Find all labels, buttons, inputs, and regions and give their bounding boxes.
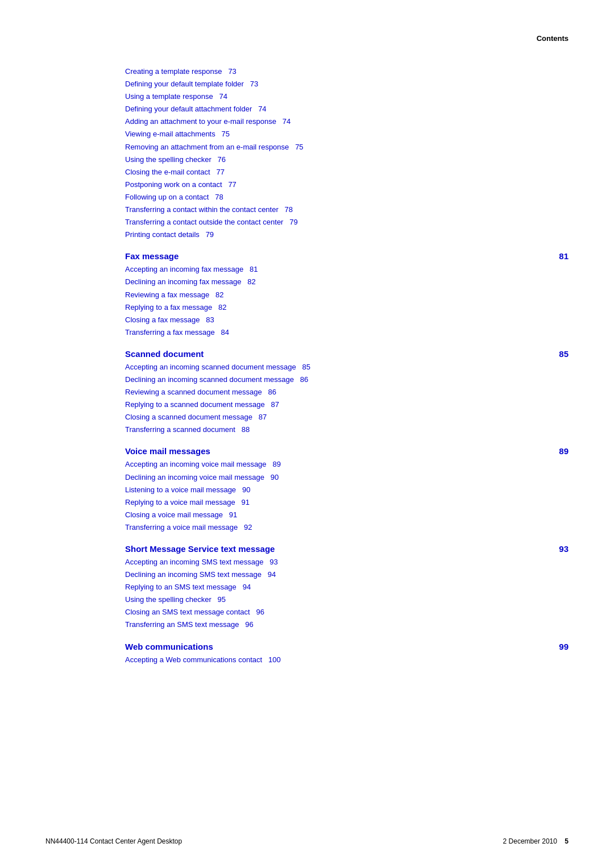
toc-item-viewing-attachments[interactable]: Viewing e-mail attachments 75 (125, 128, 569, 140)
fax-section-title[interactable]: Fax message (125, 251, 179, 261)
toc-item-postponing-work[interactable]: Postponing work on a contact 77 (125, 178, 569, 191)
page-footer: NN44400-114 Contact Center Agent Desktop… (45, 837, 569, 845)
page-container: Contents Creating a template response 73… (0, 0, 614, 868)
toc-item-transferring-voicemail[interactable]: Transferring a voice mail message 92 (125, 521, 569, 534)
toc-item-transferring-within[interactable]: Transferring a contact within the contac… (125, 203, 569, 216)
toc-item-listening-voicemail[interactable]: Listening to a voice mail message 90 (125, 484, 569, 496)
sms-section-title[interactable]: Short Message Service text message (125, 544, 275, 554)
web-section-title[interactable]: Web communications (125, 642, 213, 651)
toc-item-transferring-scanned[interactable]: Transferring a scanned document 88 (125, 423, 569, 436)
toc-item-transferring-sms[interactable]: Transferring an SMS text message 96 (125, 618, 569, 631)
toc-item-declining-sms[interactable]: Declining an incoming SMS text message 9… (125, 568, 569, 581)
toc-item-adding-attachment[interactable]: Adding an attachment to your e-mail resp… (125, 115, 569, 128)
scanned-entries-block: Accepting an incoming scanned document m… (125, 361, 569, 437)
fax-section-page: 81 (559, 251, 569, 261)
toc-item-accepting-web[interactable]: Accepting a Web communications contact 1… (125, 654, 569, 666)
footer-document-title: NN44400-114 Contact Center Agent Desktop (45, 837, 182, 845)
toc-item-reviewing-scanned[interactable]: Reviewing a scanned document message 86 (125, 386, 569, 398)
web-section-page: 99 (559, 642, 569, 651)
toc-item-closing-email[interactable]: Closing the e-mail contact 77 (125, 166, 569, 178)
sms-section-header: Short Message Service text message 93 (125, 544, 569, 554)
toc-item-reviewing-fax[interactable]: Reviewing a fax message 82 (125, 289, 569, 301)
footer-page-number: 5 (565, 837, 569, 845)
toc-item-accepting-scanned[interactable]: Accepting an incoming scanned document m… (125, 361, 569, 373)
scanned-section-page: 85 (559, 349, 569, 359)
scanned-section-title[interactable]: Scanned document (125, 349, 204, 359)
toc-item-closing-fax[interactable]: Closing a fax message 83 (125, 314, 569, 326)
toc-item-transferring-fax[interactable]: Transferring a fax message 84 (125, 326, 569, 339)
initial-entries-block: Creating a template response 73 Defining… (125, 65, 569, 241)
sms-section-page: 93 (559, 544, 569, 554)
toc-item-accepting-fax[interactable]: Accepting an incoming fax message 81 (125, 263, 569, 276)
toc-item-defining-template-folder[interactable]: Defining your default template folder 73 (125, 78, 569, 90)
toc-item-closing-sms[interactable]: Closing an SMS text message contact 96 (125, 606, 569, 618)
voicemail-entries-block: Accepting an incoming voice mail message… (125, 458, 569, 534)
toc-item-accepting-voicemail[interactable]: Accepting an incoming voice mail message… (125, 458, 569, 471)
toc-item-declining-fax[interactable]: Declining an incoming fax message 82 (125, 276, 569, 288)
toc-item-transferring-outside[interactable]: Transferring a contact outside the conta… (125, 216, 569, 229)
toc-item-replying-voicemail[interactable]: Replying to a voice mail message 91 (125, 496, 569, 509)
toc-item-closing-voicemail[interactable]: Closing a voice mail message 91 (125, 509, 569, 521)
fax-entries-block: Accepting an incoming fax message 81 Dec… (125, 263, 569, 339)
web-entries-block: Accepting a Web communications contact 1… (125, 654, 569, 666)
toc-item-creating-template[interactable]: Creating a template response 73 (125, 65, 569, 78)
header-label: Contents (537, 34, 569, 43)
toc-item-replying-sms[interactable]: Replying to an SMS text message 94 (125, 581, 569, 593)
page-header: Contents (125, 34, 569, 43)
fax-section-header: Fax message 81 (125, 251, 569, 261)
sms-entries-block: Accepting an incoming SMS text message 9… (125, 556, 569, 632)
toc-item-spelling-sms[interactable]: Using the spelling checker 95 (125, 593, 569, 606)
voicemail-section-header: Voice mail messages 89 (125, 446, 569, 456)
web-section-header: Web communications 99 (125, 642, 569, 651)
toc-item-closing-scanned[interactable]: Closing a scanned document message 87 (125, 411, 569, 423)
toc-item-defining-attachment-folder[interactable]: Defining your default attachment folder … (125, 103, 569, 115)
toc-content: Creating a template response 73 Defining… (125, 65, 569, 666)
scanned-section-header: Scanned document 85 (125, 349, 569, 359)
footer-date-page: 2 December 2010 5 (503, 837, 569, 845)
toc-item-following-up[interactable]: Following up on a contact 78 (125, 191, 569, 203)
toc-item-using-spelling[interactable]: Using the spelling checker 76 (125, 153, 569, 166)
voicemail-section-title[interactable]: Voice mail messages (125, 446, 210, 456)
toc-item-declining-scanned[interactable]: Declining an incoming scanned document m… (125, 373, 569, 386)
toc-item-replying-fax[interactable]: Replying to a fax message 82 (125, 301, 569, 314)
toc-item-replying-scanned[interactable]: Replying to a scanned document message 8… (125, 398, 569, 411)
toc-item-accepting-sms[interactable]: Accepting an incoming SMS text message 9… (125, 556, 569, 568)
voicemail-section-page: 89 (559, 446, 569, 456)
toc-item-removing-attachment[interactable]: Removing an attachment from an e-mail re… (125, 141, 569, 153)
toc-item-declining-voicemail[interactable]: Declining an incoming voice mail message… (125, 471, 569, 484)
footer-date: 2 December 2010 (503, 837, 557, 845)
toc-item-printing-contact[interactable]: Printing contact details 79 (125, 229, 569, 241)
toc-item-using-template[interactable]: Using a template response 74 (125, 90, 569, 103)
